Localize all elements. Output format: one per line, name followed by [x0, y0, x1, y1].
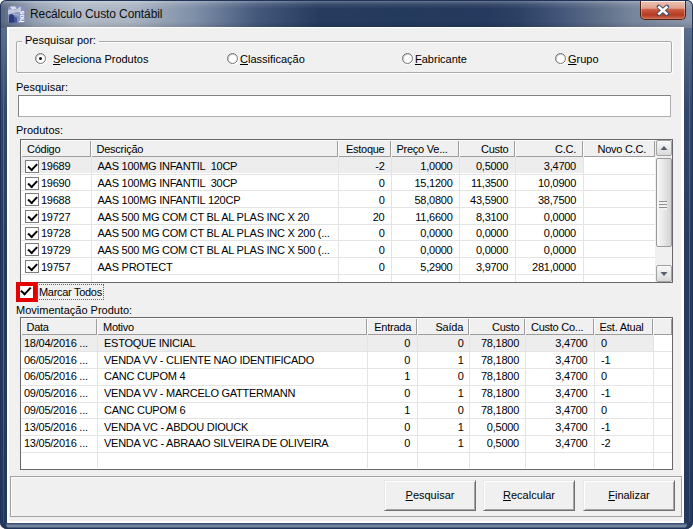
- svg-text:hos: hos: [17, 10, 25, 22]
